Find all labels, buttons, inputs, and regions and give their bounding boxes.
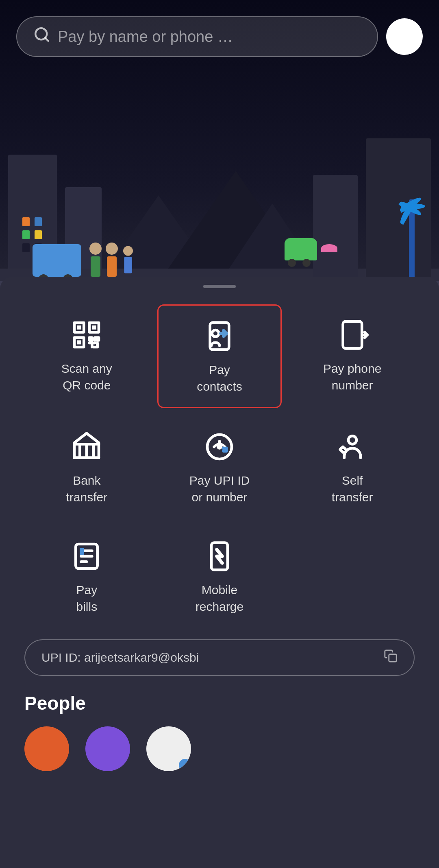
svg-rect-5 (77, 326, 81, 330)
pay-bills-label: Paybills (76, 582, 97, 615)
self-transfer-icon (334, 429, 371, 465)
street-figures (33, 243, 134, 277)
pay-phone-number-button[interactable]: Pay phonenumber (290, 304, 415, 408)
mobile-recharge-icon (201, 538, 238, 575)
empty-cell (290, 526, 415, 627)
search-bar[interactable]: Pay by name or phone … (16, 16, 378, 57)
person-avatar-2[interactable] (85, 726, 130, 771)
lotus-decoration (321, 244, 337, 252)
people-row (24, 726, 415, 771)
svg-point-20 (348, 436, 356, 444)
palm-tree (409, 199, 415, 281)
svg-rect-27 (389, 654, 396, 662)
pay-upi-button[interactable]: Pay UPI IDor number (157, 416, 282, 518)
self-transfer-button[interactable]: Selftransfer (290, 416, 415, 518)
search-placeholder: Pay by name or phone … (58, 28, 233, 46)
person-avatar-1[interactable] (24, 726, 69, 771)
pay-contacts-button[interactable]: Paycontacts (157, 304, 282, 408)
svg-rect-7 (77, 340, 81, 344)
pay-contacts-icon (201, 318, 238, 354)
pay-phone-number-label: Pay phonenumber (323, 361, 381, 394)
user-avatar[interactable] (386, 18, 423, 55)
svg-point-19 (218, 446, 221, 448)
sheet-handle (203, 285, 236, 288)
upi-icon (201, 429, 238, 465)
auto-rickshaw (285, 238, 317, 260)
bank-transfer-label: Banktransfer (66, 472, 107, 505)
svg-point-9 (212, 330, 219, 337)
scan-qr-label: Scan anyQR code (61, 361, 112, 394)
top-bar: Pay by name or phone … (0, 16, 439, 57)
scan-qr-button[interactable]: Scan anyQR code (24, 304, 149, 408)
person-avatar-3[interactable] (146, 726, 191, 771)
people-section: People (0, 676, 439, 771)
bank-icon (68, 429, 105, 465)
svg-line-1 (45, 38, 48, 41)
bottom-sheet: Scan anyQR code Paycontacts (0, 277, 439, 868)
copy-icon[interactable] (384, 649, 398, 666)
people-section-title: People (24, 692, 415, 714)
upi-id-text: UPI ID: arijeetsarkar9@oksbi (41, 651, 199, 665)
pay-bills-button[interactable]: Paybills (24, 526, 149, 627)
mobile-recharge-button[interactable]: Mobilerecharge (157, 526, 282, 627)
actions-row-2: Banktransfer Pay UPI IDor number (0, 416, 439, 518)
svg-rect-6 (92, 326, 96, 330)
qr-code-icon (68, 317, 105, 353)
pay-phone-icon (334, 317, 371, 353)
svg-rect-11 (343, 321, 362, 349)
upi-id-bar[interactable]: UPI ID: arijeetsarkar9@oksbi (24, 639, 415, 676)
actions-row-1: Scan anyQR code Paycontacts (0, 304, 439, 408)
pay-contacts-label: Paycontacts (197, 362, 242, 395)
pay-upi-label: Pay UPI IDor number (189, 472, 250, 505)
actions-row-3: Paybills Mobilerecharge (0, 526, 439, 627)
svg-rect-25 (80, 548, 84, 555)
search-icon (33, 26, 50, 47)
mobile-recharge-label: Mobilerecharge (196, 582, 243, 615)
bills-icon (68, 538, 105, 575)
bank-transfer-button[interactable]: Banktransfer (24, 416, 149, 518)
self-transfer-label: Selftransfer (332, 472, 373, 505)
